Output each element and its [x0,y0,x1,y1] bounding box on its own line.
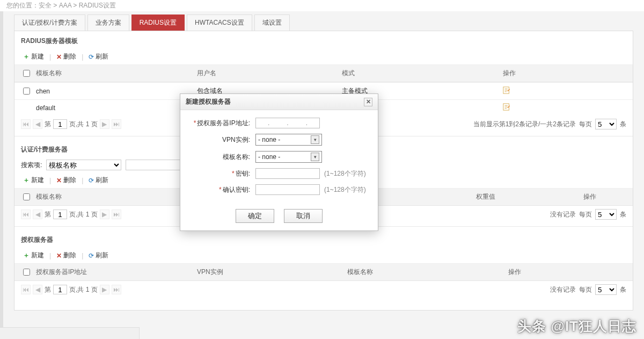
ok-button[interactable]: 确定 [236,209,274,223]
table-header: 授权服务器IP地址 VPN实例 模板名称 操作 [14,263,633,281]
ip-input[interactable]: ... [255,118,320,128]
col-tpl: 模板名称 [36,192,197,201]
refresh-button[interactable]: ⟳刷新 [86,175,111,186]
next-page-icon[interactable]: ▶ [100,285,109,294]
tab-domain[interactable]: 域设置 [254,15,290,31]
prev-page-icon[interactable]: ◀ [33,285,42,294]
refresh-button[interactable]: ⟳刷新 [86,250,111,261]
page-input[interactable] [53,210,67,219]
ip-label: 授权服务器IP地址: [197,119,250,127]
delete-button[interactable]: ✕删除 [54,51,78,62]
tab-bar: 认证/授权/计费方案 业务方案 RADIUS设置 HWTACACS设置 域设置 [9,11,639,31]
col-user: 用户名 [197,69,342,78]
dialog-title: 新建授权服务器 [186,97,231,106]
chevron-down-icon: ▾ [311,153,319,161]
status-bar [0,327,140,339]
edit-icon[interactable] [503,103,626,112]
col-ops: 操作 [503,69,626,78]
vpn-select[interactable]: - none -▾ [255,134,322,146]
row-checkbox[interactable] [23,88,30,95]
first-page-icon[interactable]: ⏮ [21,210,31,219]
template-select[interactable]: - none -▾ [255,151,322,163]
tab-auth-scheme[interactable]: 认证/授权/计费方案 [14,15,85,31]
watermark: 头条 @IT狂人日志 [517,317,636,336]
col-ip: 授权服务器IP地址 [36,268,197,277]
close-icon[interactable]: ✕ [364,98,372,106]
tab-radius[interactable]: RADIUS设置 [131,15,185,31]
col-weight: 权重值 [476,192,583,201]
cell-name: chen [36,88,197,95]
key-hint: (1~128个字符) [324,169,366,178]
select-all-checkbox[interactable] [23,70,30,77]
delete-button[interactable]: ✕删除 [54,250,78,261]
pager: ⏮ ◀ 第 页,共 1 页 ▶ ⏭ 没有记录 每页 5 条 [14,281,633,298]
confirm-key-label: 确认密钥: [223,186,250,193]
tpl-label: 模板名称: [223,153,250,161]
breadcrumb: 您的位置：安全 > AAA > RADIUS设置 [0,0,644,11]
panel-title: 授权服务器 [14,230,633,248]
select-all-checkbox[interactable] [23,269,30,276]
page-size-select[interactable]: 5 [595,284,617,295]
last-page-icon[interactable]: ⏭ [112,119,121,129]
key-label: 密钥: [236,170,250,177]
refresh-icon: ⟳ [89,177,94,184]
tab-service-scheme[interactable]: 业务方案 [87,15,129,31]
cancel-button[interactable]: 取消 [284,209,323,223]
dialog-new-authz-server: 新建授权服务器 ✕ *授权服务器IP地址: ... VPN实例: - none … [180,93,378,231]
unit-label: 条 [620,120,626,129]
prev-page-icon[interactable]: ◀ [33,119,42,129]
search-label: 搜索项: [21,161,42,170]
panel-authz-server: 授权服务器 ＋新建 | ✕删除 | ⟳刷新 授权服务器IP地址 VPN实例 模板… [14,230,633,301]
col-ops: 操作 [583,192,626,201]
plus-icon: ＋ [23,52,30,61]
chevron-down-icon: ▾ [311,135,319,144]
select-all-checkbox[interactable] [23,193,30,200]
page-size-select[interactable]: 5 [595,119,617,129]
first-page-icon[interactable]: ⏮ [21,119,31,129]
tab-hwtacacs[interactable]: HWTACACS设置 [187,15,252,31]
next-page-icon[interactable]: ▶ [100,119,109,129]
table-header: 模板名称 用户名 模式 操作 [14,64,633,82]
col-tpl: 模板名称 [347,268,508,277]
last-page-icon[interactable]: ⏭ [112,210,121,219]
search-field-select[interactable]: 模板名称 [46,160,121,170]
edit-icon[interactable] [503,86,626,96]
refresh-icon: ⟳ [89,53,94,61]
key-input[interactable] [255,168,320,179]
x-icon: ✕ [56,177,62,184]
pager-summary: 当前显示第1到2条记录/一共2条记录 [473,120,576,129]
col-mode: 模式 [342,69,503,78]
refresh-label: 刷新 [96,52,108,61]
col-name: 模板名称 [36,69,197,78]
first-page-icon[interactable]: ⏮ [21,285,31,294]
confirm-key-hint: (1~128个字符) [324,185,366,194]
page-input[interactable] [53,285,67,294]
cell-name: default [36,104,197,112]
refresh-button[interactable]: ⟳刷新 [86,51,111,62]
vpn-label: VPN实例: [222,136,250,143]
new-button[interactable]: ＋新建 [21,175,46,186]
pager-summary: 没有记录 [550,210,576,219]
new-button[interactable]: ＋新建 [21,250,46,261]
last-page-icon[interactable]: ⏭ [112,285,121,294]
next-page-icon[interactable]: ▶ [100,210,109,219]
delete-button[interactable]: ✕删除 [54,175,78,186]
del-label: 删除 [63,52,76,61]
panel-title: RADIUS服务器模板 [14,31,633,49]
page-input[interactable] [53,119,67,129]
page-size-select[interactable]: 5 [595,209,617,220]
page-total: 页,共 1 页 [69,120,98,129]
refresh-icon: ⟳ [89,252,94,259]
col-vpn: VPN实例 [197,268,347,277]
prev-page-icon[interactable]: ◀ [33,210,42,219]
x-icon: ✕ [56,252,62,259]
plus-icon: ＋ [23,176,30,185]
pager-summary: 没有记录 [550,285,576,294]
x-icon: ✕ [56,53,62,61]
col-ops: 操作 [508,268,626,277]
per-label: 每页 [579,120,592,129]
new-label: 新建 [31,52,44,61]
new-button[interactable]: ＋新建 [21,51,46,62]
confirm-key-input[interactable] [255,184,320,195]
plus-icon: ＋ [23,251,30,260]
